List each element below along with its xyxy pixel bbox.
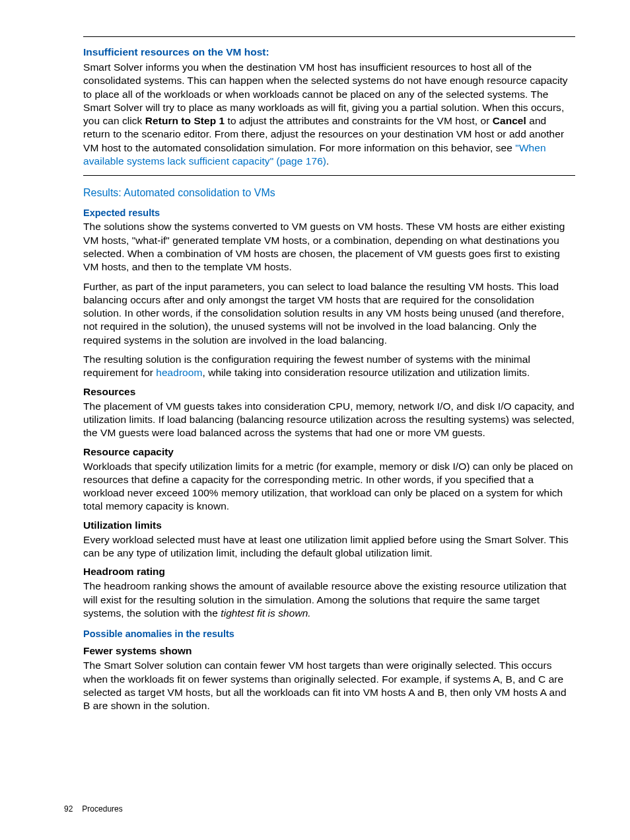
heading-expected-results: Expected results [83,208,575,218]
heading-headroom-rating: Headroom rating [83,566,575,578]
section-rule [83,175,575,176]
paragraph-utilization: Every workload selected must have at lea… [83,533,575,560]
heading-resource-capacity: Resource capacity [83,446,575,458]
tightest-fit-italic: tightest fit is shown. [221,607,310,619]
paragraph-expected-2: Further, as part of the input parameters… [83,280,575,347]
paragraph-capacity: Workloads that specify utilization limit… [83,460,575,514]
paragraph-headroom: The headroom ranking shows the amount of… [83,580,575,620]
heading-anomalies: Possible anomalies in the results [83,629,575,639]
heading-insufficient: Insufficient resources on the VM host: [83,46,575,58]
paragraph-fewer: The Smart Solver solution can contain fe… [83,659,575,712]
paragraph-resources: The placement of VM guests takes into co… [83,400,575,440]
heading-results: Results: Automated consolidation to VMs [83,187,575,199]
return-to-step-label: Return to Step 1 [145,115,225,126]
page-number: 92 [64,804,73,814]
text-span: . [326,155,329,167]
paragraph-expected-3: The resulting solution is the configurat… [83,353,575,380]
paragraph-insufficient: Smart Solver informs you when the destin… [83,61,575,168]
text-span: to adjust the attributes and constraints… [225,115,492,126]
heading-resources: Resources [83,386,575,398]
paragraph-expected-1: The solutions show the systems converted… [83,220,575,274]
cancel-label: Cancel [493,115,526,126]
heading-fewer-systems: Fewer systems shown [83,645,575,657]
page-footer: 92Procedures [64,804,123,814]
headroom-link[interactable]: headroom [156,367,202,378]
text-span: The headroom ranking shows the amount of… [83,580,567,619]
top-rule [83,36,575,37]
footer-section-name: Procedures [82,804,122,814]
heading-utilization-limits: Utilization limits [83,519,575,531]
text-span: , while taking into consideration resour… [202,367,530,378]
